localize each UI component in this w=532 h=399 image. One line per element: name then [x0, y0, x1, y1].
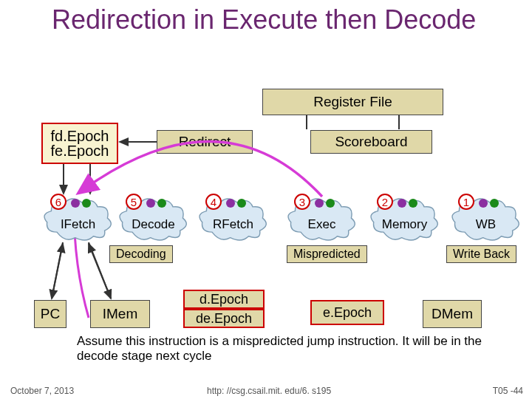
svg-line-5 — [52, 242, 63, 299]
stage-exec: 3Exec — [287, 197, 357, 242]
stage-label: IFetch — [61, 217, 95, 232]
scoreboard-box: Scoreboard — [310, 130, 432, 154]
mispredicted-banner: Mispredicted — [287, 245, 367, 263]
register-file-box: Register File — [262, 89, 443, 115]
slide-title: Redirection in Execute then Decode — [52, 6, 476, 34]
stage-number: 1 — [458, 194, 474, 210]
stage-rfetch: 4RFetch — [198, 197, 268, 242]
stage-ifetch: 6IFetch — [43, 197, 113, 242]
stage-number: 4 — [205, 194, 222, 210]
stage-label: Exec — [308, 217, 336, 232]
stage-label: Memory — [382, 217, 427, 232]
imem-box: IMem — [90, 300, 150, 328]
epoch-dots-icon — [315, 199, 335, 208]
note-text: Assume this instruction is a mispredicte… — [77, 334, 513, 363]
stage-label: Decode — [132, 217, 175, 232]
stage-memory: 2Memory — [369, 197, 440, 242]
stage-number: 2 — [377, 194, 393, 210]
stage-label: WB — [476, 217, 496, 232]
svg-line-8 — [89, 244, 111, 299]
epoch-dots-icon — [398, 199, 417, 208]
epoch-dots-icon — [71, 199, 91, 208]
svg-line-7 — [89, 242, 111, 299]
de-epoch-box: de.Epoch — [183, 309, 265, 328]
decoding-banner: Decoding — [109, 245, 173, 263]
redirect-box: Redirect — [157, 130, 253, 154]
fe-epoch-label: fe.Epoch — [51, 143, 109, 158]
fd-epoch-label: fd.Epoch — [51, 129, 109, 143]
writeback-banner: Write Back — [446, 245, 516, 263]
svg-line-6 — [52, 244, 63, 299]
epoch-dots-icon — [479, 199, 499, 208]
stage-label: RFetch — [213, 217, 253, 232]
footer-date: October 7, 2013 — [10, 386, 74, 396]
dmem-box: DMem — [423, 300, 482, 328]
epoch-dots-icon — [226, 199, 246, 208]
stage-number: 5 — [126, 194, 142, 210]
pc-box: PC — [34, 300, 66, 328]
stage-number: 3 — [294, 194, 310, 210]
epoch-dots-icon — [146, 199, 166, 208]
stage-number: 6 — [50, 194, 66, 210]
footer-slide: T05 -44 — [493, 386, 523, 396]
e-epoch-box: e.Epoch — [310, 300, 384, 325]
footer-url: http: //csg.csail.mit. edu/6. s195 — [207, 386, 331, 396]
stage-decode: 5Decode — [118, 197, 188, 242]
stage-wb: 1WB — [451, 197, 521, 242]
d-epoch-box: d.Epoch — [183, 290, 265, 309]
epoch-box: fd.Epoch fe.Epoch — [41, 123, 118, 164]
